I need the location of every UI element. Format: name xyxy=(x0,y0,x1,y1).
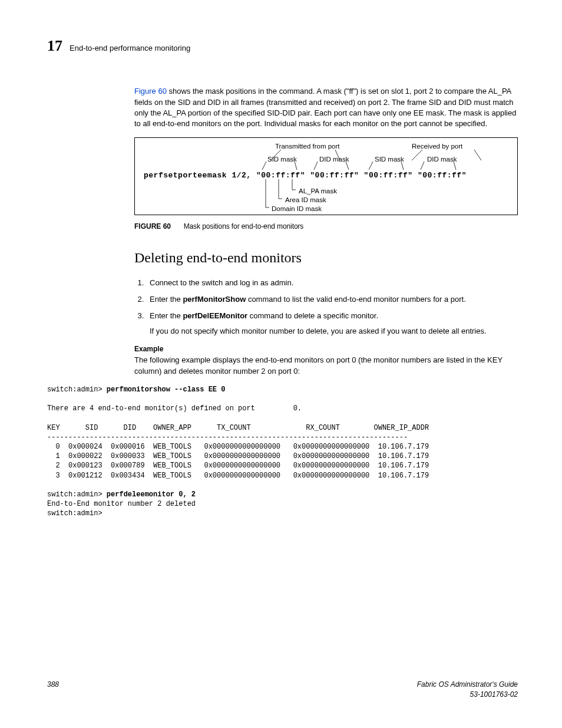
cmd-2: perfdeleemonitor 0, 2 xyxy=(107,490,196,499)
term-result: End-to-End monitor number 2 deleted xyxy=(47,500,196,508)
command-text: perfsetporteemask 1/2, "00:ff:ff" "00:ff… xyxy=(144,170,467,181)
step-3-a: Enter the xyxy=(150,311,183,320)
chapter-number: 17 xyxy=(47,35,62,57)
steps-list: Connect to the switch and log in as admi… xyxy=(134,278,518,337)
term-r3: 3 0x001212 0x003434 WEB_TOOLS 0x00000000… xyxy=(47,472,429,480)
step-1-text: Connect to the switch and log in as admi… xyxy=(150,278,293,287)
label-transmitted: Transmitted from port xyxy=(275,141,340,151)
label-sid-mask-2: SID mask xyxy=(375,154,404,164)
intro-text: shows the mask positions in the command.… xyxy=(134,87,516,128)
step-3: Enter the perfDelEEMonitor command to de… xyxy=(146,311,518,337)
section-heading: Deleting end-to-end monitors xyxy=(134,248,518,268)
step-2: Enter the perfMonitorShow command to lis… xyxy=(146,294,518,305)
step-3-note: If you do not specify which monitor numb… xyxy=(150,326,518,337)
figure-caption-label: FIGURE 60 xyxy=(134,222,171,230)
step-2-a: Enter the xyxy=(150,295,183,304)
mask-4: "00:ff:ff" xyxy=(418,171,467,180)
svg-line-3 xyxy=(474,150,481,160)
doc-id: 53-1001763-02 xyxy=(470,690,518,699)
terminal-output: switch:admin> perfmonitorshow --class EE… xyxy=(47,385,518,519)
cmd-1: perfmonitorshow --class EE 0 xyxy=(107,386,226,394)
step-3-b: command to delete a specific monitor. xyxy=(247,311,378,320)
term-r2: 2 0x000123 0x000789 WEB_TOOLS 0x00000000… xyxy=(47,462,429,470)
label-sid-mask-1: SID mask xyxy=(267,154,297,164)
step-2-cmd: perfMonitorShow xyxy=(183,295,246,304)
mask-3: "00:ff:ff" xyxy=(364,171,413,180)
doc-title: Fabric OS Administrator's Guide xyxy=(417,680,518,689)
term-r0: 0 0x000024 0x000016 WEB_TOOLS 0x00000000… xyxy=(47,443,429,451)
mask-2: "00:ff:ff" xyxy=(310,171,359,180)
example-paragraph: The following example displays the end-t… xyxy=(134,355,518,376)
prompt-2: switch:admin> xyxy=(47,490,107,499)
page-header: 17 End-to-end performance monitoring xyxy=(47,35,518,57)
mask-1: "00:ff:ff" xyxy=(256,171,305,180)
svg-line-10 xyxy=(421,162,424,170)
footer-right: Fabric OS Administrator's Guide 53-10017… xyxy=(417,680,518,700)
term-header: KEY SID DID OWNER_APP TX_COUNT RX_COUNT … xyxy=(47,424,429,432)
label-did-mask-1: DID mask xyxy=(319,154,349,164)
svg-line-8 xyxy=(369,162,373,170)
page-footer: 388 Fabric OS Administrator's Guide 53-1… xyxy=(47,680,518,700)
term-defined: There are 4 end-to-end monitor(s) define… xyxy=(47,404,302,413)
figure-diagram: Transmitted from port Received by port S… xyxy=(134,137,518,215)
figure-caption-text: Mask positions for end-to-end monitors xyxy=(184,222,304,230)
term-r1: 1 0x000022 0x000033 WEB_TOOLS 0x00000000… xyxy=(47,452,429,460)
step-2-b: command to list the valid end-to-end mon… xyxy=(246,295,466,304)
header-section-title: End-to-end performance monitoring xyxy=(70,43,190,54)
label-domain-mask: Domain ID mask xyxy=(272,204,322,213)
figure-link[interactable]: Figure 60 xyxy=(134,87,167,95)
label-area-mask: Area ID mask xyxy=(285,195,326,205)
label-alpa-mask: AL_PA mask xyxy=(299,186,337,196)
intro-paragraph: Figure 60 shows the mask positions in th… xyxy=(134,86,518,129)
step-3-cmd: perfDelEEMonitor xyxy=(183,311,247,320)
svg-line-6 xyxy=(314,162,318,170)
label-did-mask-2: DID mask xyxy=(427,154,457,164)
svg-line-4 xyxy=(262,162,266,170)
term-divider: ----------------------------------------… xyxy=(47,433,408,442)
figure-caption: FIGURE 60 Mask positions for end-to-end … xyxy=(134,221,518,232)
prompt-1: switch:admin> xyxy=(47,386,107,394)
svg-line-2 xyxy=(412,150,422,160)
label-received: Received by port xyxy=(412,141,462,151)
cmd-prefix: perfsetporteemask 1/2, xyxy=(144,171,252,180)
step-1: Connect to the switch and log in as admi… xyxy=(146,278,518,288)
prompt-3: switch:admin> xyxy=(47,509,103,518)
example-label: Example xyxy=(134,344,518,354)
page-number: 388 xyxy=(47,680,59,700)
